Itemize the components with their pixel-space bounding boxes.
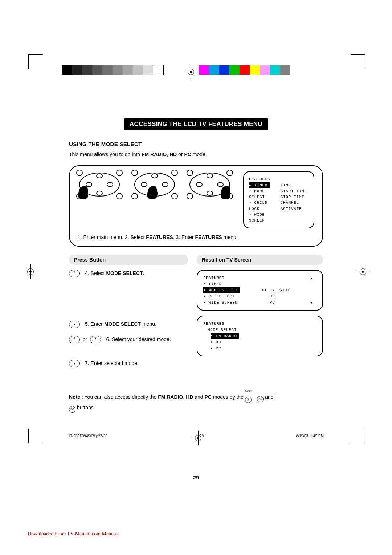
menu-subtitle: MODE SELECT <box>203 327 317 333</box>
text: This menu allows you to go into <box>69 151 142 157</box>
pc-button-icon: PC <box>69 406 75 413</box>
text: 4. Select <box>85 270 106 276</box>
right-button-icon: › <box>69 321 80 328</box>
color-bar <box>199 65 290 75</box>
tv-result-screen-1: ▴ FEATURES • TIMER • MODE SELECT • CHILD… <box>197 270 323 311</box>
text-bold: FEATURES <box>146 234 173 240</box>
scroll-down-icon: ▾ <box>310 300 313 306</box>
imposition-page: 29 <box>200 434 204 438</box>
menu-item: TIMER <box>209 282 222 286</box>
text: 5. Enter <box>85 321 104 327</box>
menu-item: TIME <box>281 182 309 188</box>
text: modes by the <box>212 394 245 400</box>
download-source-link[interactable]: Downloaded From TV-Manual.com Manuals <box>28 531 119 537</box>
remote-illustration <box>78 171 121 198</box>
tv-result-screen-2: FEATURES MODE SELECT • FM RADIO • HD • P… <box>197 316 323 356</box>
text: menu. <box>222 234 238 240</box>
grayscale-bar <box>62 65 163 75</box>
page-content: ACCESSING THE LCD TV FEATURES MENU USING… <box>69 118 323 481</box>
menu-title: FEATURES <box>203 275 317 281</box>
down-button-icon: ˅ <box>90 336 101 343</box>
menu-item: ACTIVATE <box>281 206 309 212</box>
up-button-icon: ˄ <box>69 336 80 343</box>
text: or <box>177 151 184 157</box>
results-column: ▴ FEATURES • TIMER • MODE SELECT • CHILD… <box>197 270 323 367</box>
menu-item: FM RADIO <box>270 288 291 292</box>
header-press-button: Press Button <box>69 255 188 265</box>
text: mode. <box>191 151 207 157</box>
crop-mark <box>28 429 43 443</box>
text-bold: HD <box>170 151 177 157</box>
imposition-filename: 17/23PF9945/69 p27-38 <box>68 434 107 438</box>
scroll-up-icon: ▴ <box>310 275 313 281</box>
menu-item: CHANNEL <box>281 200 309 206</box>
step-5: › 5. Enter MODE SELECT menu. <box>69 321 188 328</box>
text-bold: MODE SELECT <box>106 270 143 276</box>
text: HD <box>258 397 262 401</box>
menu-item: TIMER <box>254 183 268 187</box>
text: . 3. Enter <box>173 234 195 240</box>
text-bold: FEATURES <box>195 234 222 240</box>
menu-item: WIDE SCREEN <box>249 212 265 223</box>
intro-text: This menu allows you to go into FM RADIO… <box>69 151 323 158</box>
text: menu. <box>141 321 156 327</box>
imposition-footer: 17/23PF9945/69 p27-38 29 8/15/03, 1:45 P… <box>68 434 324 438</box>
text-bold: FM RADIO <box>158 394 183 400</box>
remote-illustration <box>188 171 232 198</box>
menu-item: CHILD LOCK <box>209 294 235 299</box>
menu-item-selected: MODE SELECT <box>209 288 238 292</box>
right-button-icon: › <box>69 360 80 367</box>
text: 1. Enter main menu. 2. Select <box>78 234 146 240</box>
text-bold: MODE SELECT <box>104 321 141 327</box>
section-subheading: USING THE MODE SELECT <box>69 141 323 147</box>
column-headers: Press Button Result on TV Screen <box>69 255 323 265</box>
text: 7. Enter selected mode. <box>85 360 139 366</box>
menu-item: STOP TIME <box>281 194 309 200</box>
registration-mark <box>184 65 198 79</box>
text: . <box>143 270 144 276</box>
text-bold: FM RADIO <box>142 151 167 157</box>
crop-mark <box>351 429 365 443</box>
steps-column: ˅ 4. Select MODE SELECT. › 5. Enter MODE… <box>69 270 188 367</box>
menu-title: FEATURES <box>203 321 317 327</box>
radio-button-icon: ◎ <box>245 397 252 403</box>
crop-mark <box>351 54 365 69</box>
text-bold: PC <box>205 394 212 400</box>
steps-and-results: ˅ 4. Select MODE SELECT. › 5. Enter MODE… <box>69 270 323 367</box>
text: and <box>265 394 273 400</box>
menu-item: MODE SELECT <box>249 189 265 199</box>
menu-title: FEATURES <box>249 176 309 182</box>
remote-illustration <box>133 171 176 198</box>
menu-item: PC <box>270 300 275 305</box>
menu-item: HD <box>270 294 275 299</box>
tv-menu-screen-features: FEATURES ▸ TIMER • MODE SELECT • CHILD L… <box>243 171 314 228</box>
menu-item-selected: FM RADIO <box>216 334 237 338</box>
text: 6. Select your desired mode. <box>106 336 171 342</box>
text: PC <box>70 407 74 412</box>
registration-mark <box>23 264 38 279</box>
text: buttons. <box>75 405 95 410</box>
note-label: Note <box>69 394 80 400</box>
step-4: ˅ 4. Select MODE SELECT. <box>69 270 188 277</box>
header-result-on-screen: Result on TV Screen <box>197 255 323 265</box>
step-7: › 7. Enter selected mode. <box>69 360 188 367</box>
page-number: 29 <box>69 474 323 481</box>
note-block: Note : You can also access directly the … <box>69 393 323 413</box>
diagram-box: FEATURES ▸ TIMER • MODE SELECT • CHILD L… <box>69 165 323 247</box>
menu-item: START TIME <box>281 188 309 194</box>
text: . <box>183 394 186 400</box>
banner-wrap: ACCESSING THE LCD TV FEATURES MENU <box>69 118 323 130</box>
down-button-icon: ˅ <box>69 270 80 277</box>
text-bold: HD <box>186 394 193 400</box>
radio-button-label: RADIO <box>245 390 252 393</box>
menu-item: WIDE SCREEN <box>209 300 238 305</box>
text: or <box>83 336 87 342</box>
menu-item: HD <box>216 340 221 344</box>
hd-button-icon: HD <box>257 396 264 402</box>
page-title-banner: ACCESSING THE LCD TV FEATURES MENU <box>124 118 268 130</box>
diagram-steps-caption: 1. Enter main menu. 2. Select FEATURES. … <box>78 234 314 240</box>
step-6: ˄ or ˅ 6. Select your desired mode. <box>69 336 188 343</box>
menu-item: CHILD LOCK <box>249 200 268 211</box>
crop-mark <box>28 54 43 69</box>
registration-mark <box>356 264 370 279</box>
